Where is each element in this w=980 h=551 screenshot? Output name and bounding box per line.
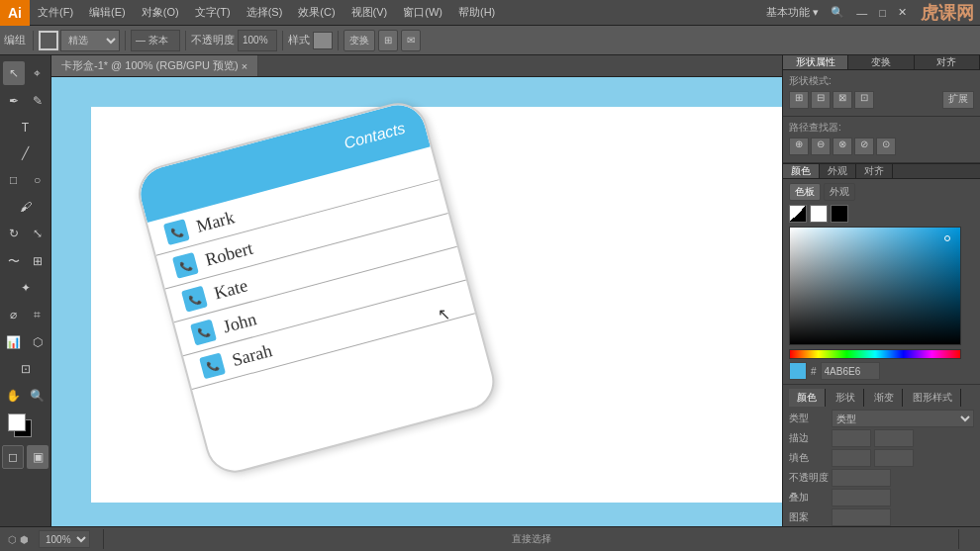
stroke-options-label: 描边	[789, 431, 829, 445]
contact-name-3: John	[221, 309, 258, 337]
overlay-options-input[interactable]	[832, 489, 891, 506]
appearance-tab-gradient[interactable]: 渐变	[866, 389, 903, 407]
stroke-weight-input[interactable]	[131, 30, 180, 51]
pathfinder-label: 路径查找器:	[789, 121, 841, 135]
stroke-selector: 精选	[39, 30, 120, 51]
transform-tab[interactable]: 变换	[848, 55, 914, 69]
menu-effect[interactable]: 效果(C)	[290, 0, 343, 25]
blend-tool[interactable]: ⌀	[3, 303, 25, 326]
menu-file[interactable]: 文件(F)	[30, 0, 81, 25]
align-tab[interactable]: 对齐	[915, 55, 980, 69]
stroke-select[interactable]: 精选	[60, 30, 120, 51]
color-gradient-picker[interactable]	[789, 227, 961, 345]
pathfinder-btn4[interactable]: ⊘	[854, 138, 874, 155]
appearance-tab[interactable]: 外观	[820, 164, 856, 178]
eyedropper-tool[interactable]: ✦	[12, 276, 40, 300]
type-label: 类型	[789, 412, 829, 425]
hex-input[interactable]	[821, 362, 880, 380]
shape-mode-buttons: ⊞ ⊟ ⊠ ⊡	[789, 91, 874, 109]
close-btn[interactable]: ✕	[894, 6, 911, 19]
screen-mode-btn[interactable]: ▣	[27, 445, 49, 469]
outer-appearance-tab[interactable]: 外观	[824, 183, 855, 201]
hand-tool[interactable]: ✋	[3, 384, 25, 408]
canvas-tab-item[interactable]: 卡形盒-1* @ 100% (RGB/GPU 预览) ×	[51, 55, 258, 76]
scale-tool[interactable]: ⤡	[27, 222, 49, 245]
zoom-tool[interactable]: 🔍	[27, 384, 49, 408]
stroke-options-input2[interactable]	[874, 429, 914, 447]
canvas-background[interactable]: Contacts 📞 Mark 📞 Robert 📞 Kate	[51, 77, 782, 526]
menu-edit[interactable]: 编辑(E)	[81, 0, 134, 25]
pathfinder-btn1[interactable]: ⊕	[789, 138, 809, 155]
pathfinder-btn5[interactable]: ⊙	[876, 138, 896, 155]
type-select[interactable]: 类型	[832, 410, 974, 427]
menu-help[interactable]: 帮助(H)	[450, 0, 503, 25]
shape-mode-btn4[interactable]: ⊡	[854, 91, 874, 109]
appearance-tab-style[interactable]: 图形样式	[905, 389, 961, 407]
normal-mode-btn[interactable]: ◻	[2, 445, 24, 469]
text-tool[interactable]: T	[12, 116, 40, 139]
minimize-btn[interactable]: —	[852, 7, 871, 19]
select-tools: ↖ ⌖	[3, 60, 49, 86]
divider-5	[338, 31, 339, 50]
current-color-swatch[interactable]	[789, 362, 807, 380]
shape-mode-btn3[interactable]: ⊠	[833, 91, 852, 109]
pattern-options-input[interactable]	[832, 508, 891, 526]
none-swatch[interactable]	[789, 205, 807, 223]
status-icons: ⬡ ⬢	[8, 534, 29, 545]
opacity-input[interactable]	[238, 30, 277, 51]
menu-text[interactable]: 文字(T)	[187, 0, 239, 25]
shape-mode-btn1[interactable]: ⊞	[789, 91, 809, 109]
extra-btn1[interactable]: ⊞	[378, 30, 398, 51]
appearance-tab-color[interactable]: 颜色	[789, 389, 826, 407]
hue-slider[interactable]	[789, 349, 961, 359]
mesh-tool[interactable]: ⌗	[27, 303, 49, 326]
ellipse-tool[interactable]: ○	[27, 168, 49, 192]
style-swatch[interactable]	[313, 32, 333, 49]
appearance-tab-shape[interactable]: 形状	[828, 389, 864, 407]
paintbrush-tool[interactable]: 🖌	[12, 195, 40, 219]
stroke-options-input[interactable]	[832, 429, 871, 447]
fg-color-swatch[interactable]	[8, 413, 26, 431]
pen-tools: ✒ ✎	[3, 88, 49, 114]
pen-tool[interactable]: ✒	[3, 89, 25, 113]
opacity-options-input[interactable]	[832, 469, 891, 487]
warp-tools: 〜 ⊞	[3, 248, 49, 274]
menu-window[interactable]: 窗口(W)	[395, 0, 450, 25]
pathfinder-btn3[interactable]: ⊗	[833, 138, 852, 155]
pathfinder-btn2[interactable]: ⊖	[811, 138, 831, 155]
menu-select[interactable]: 选择(S)	[239, 0, 291, 25]
rect-tool[interactable]: □	[3, 168, 25, 192]
shape-attributes-tab[interactable]: 形状属性	[783, 55, 848, 69]
graph-tool[interactable]: 📊	[3, 330, 25, 354]
rotate-tool[interactable]: ↻	[3, 222, 25, 245]
canvas-close-btn[interactable]: ×	[242, 60, 247, 72]
direct-select-tool[interactable]: ↖	[3, 61, 25, 85]
stroke-swatch[interactable]	[39, 31, 58, 50]
zoom-select[interactable]: 100% 50% 200%	[39, 530, 90, 548]
artboard-tool[interactable]: ⊡	[12, 357, 40, 381]
search-field-label[interactable]: 🔍	[827, 6, 848, 19]
color-tab[interactable]: 颜色	[783, 164, 820, 178]
transform-btn[interactable]: 变换	[343, 30, 375, 51]
pencil-tool[interactable]: ✎	[27, 89, 49, 113]
graphic-styles-tab[interactable]: 对齐	[856, 164, 893, 178]
stroke-row: 描边	[789, 429, 974, 447]
extra-btn2[interactable]: ✉	[401, 30, 421, 51]
shape-mode-btn2[interactable]: ⊟	[811, 91, 831, 109]
fill-options-input[interactable]	[832, 449, 871, 467]
line-tool[interactable]: ╱	[12, 141, 40, 165]
menu-view[interactable]: 视图(V)	[343, 0, 396, 25]
fill-options-input2[interactable]	[874, 449, 914, 467]
live-paint-tool[interactable]: ⬡	[27, 330, 49, 354]
contact-icon-4: 📞	[199, 352, 226, 379]
warp-tool[interactable]: 〜	[3, 249, 25, 273]
menu-object[interactable]: 对象(O)	[134, 0, 187, 25]
black-swatch[interactable]	[831, 205, 848, 223]
free-transform-tool[interactable]: ⊞	[27, 249, 49, 273]
white-swatch[interactable]	[810, 205, 828, 223]
lasso-tool[interactable]: ⌖	[27, 61, 49, 85]
maximize-btn[interactable]: □	[875, 7, 890, 19]
canvas-tab: 卡形盒-1* @ 100% (RGB/GPU 预览) ×	[51, 55, 782, 77]
swatches-tab[interactable]: 色板	[789, 183, 821, 201]
expand-btn[interactable]: 扩展	[942, 91, 974, 109]
